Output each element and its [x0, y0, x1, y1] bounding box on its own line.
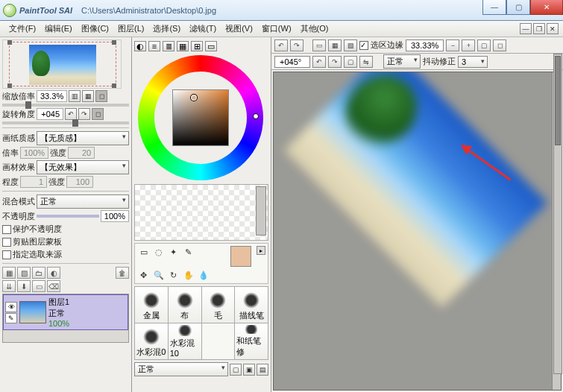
- brush-cloth[interactable]: 布: [169, 287, 201, 323]
- hsv-slider-tab[interactable]: ≣: [163, 41, 174, 51]
- new-linework-button[interactable]: ▧: [17, 267, 31, 279]
- navigator-canvas[interactable]: [2, 39, 122, 89]
- menu-other[interactable]: 其他(O): [296, 22, 333, 36]
- brush-lineart[interactable]: 描线笔: [235, 287, 268, 323]
- rgb-slider-tab[interactable]: ≡: [148, 41, 160, 51]
- brush-empty[interactable]: [202, 323, 235, 359]
- eyedropper-tool[interactable]: 💧: [197, 269, 210, 281]
- hue-marker[interactable]: [253, 113, 259, 119]
- rotate-reset-button[interactable]: ◻: [92, 108, 104, 120]
- layer-item[interactable]: 👁 ✎ 图层1 正常 100%: [3, 294, 128, 330]
- merge-down-button[interactable]: ⇊: [2, 280, 16, 292]
- maximize-button[interactable]: ▢: [506, 0, 530, 15]
- zoom-in-button[interactable]: ▦: [82, 90, 94, 102]
- brush-metal[interactable]: 金属: [135, 287, 168, 323]
- zoom-tool[interactable]: 🔍: [152, 269, 165, 281]
- undo-button[interactable]: ↶: [274, 39, 288, 51]
- clear-layer-button[interactable]: ⌫: [47, 280, 60, 292]
- selection-edge-checkbox[interactable]: [359, 41, 368, 50]
- magic-wand-tool[interactable]: ✦: [167, 246, 180, 258]
- stabilizer-mode-dropdown[interactable]: 正常: [383, 54, 421, 69]
- pen-tool[interactable]: ✎: [182, 246, 195, 258]
- canvas-zoom-in-button[interactable]: +: [462, 39, 475, 51]
- sv-marker[interactable]: [191, 95, 197, 101]
- brush-washi[interactable]: 和纸笔修: [235, 323, 268, 359]
- rotate-ccw-button[interactable]: ↶: [65, 108, 77, 120]
- close-button[interactable]: ✕: [530, 0, 563, 15]
- delete-layer-button[interactable]: 🗑: [116, 267, 129, 279]
- deselect-button[interactable]: ▭: [312, 39, 326, 51]
- visibility-toggle[interactable]: 👁: [5, 302, 17, 312]
- brush-watercolor-0[interactable]: 水彩混0: [135, 323, 168, 359]
- saturation-value-box[interactable]: [172, 89, 229, 146]
- brush-watercolor-10[interactable]: 水彩混10: [169, 323, 201, 359]
- scratchpad-scrollbar[interactable]: [256, 186, 266, 235]
- move-tool[interactable]: ✥: [137, 269, 150, 281]
- panel-minimize-button[interactable]: —: [520, 23, 532, 34]
- canvas-scrollbar-outer[interactable]: [553, 54, 562, 374]
- canvas-flip-button[interactable]: ⇋: [359, 56, 373, 68]
- menu-layer[interactable]: 图层(L): [113, 22, 148, 36]
- scratchpad-panel[interactable]: [134, 184, 268, 241]
- panel-close-button[interactable]: ✕: [547, 23, 559, 34]
- opacity-value[interactable]: 100%: [101, 210, 129, 222]
- blend-mode-dropdown[interactable]: 正常: [37, 195, 129, 209]
- zoom-value[interactable]: 33.3%: [37, 90, 67, 102]
- menu-file[interactable]: 文件(F): [4, 22, 40, 36]
- hand-tool[interactable]: ✋: [182, 269, 195, 281]
- new-folder-button[interactable]: 🗀: [32, 267, 45, 279]
- clipping-checkbox[interactable]: [2, 238, 11, 247]
- rect-select-tool[interactable]: ▭: [137, 246, 150, 258]
- brush-texture-dropdown[interactable]: 【无效果】: [37, 160, 129, 174]
- transfer-down-button[interactable]: ⬇: [17, 280, 31, 292]
- zoom-slider[interactable]: [2, 104, 129, 107]
- tool-expand-button[interactable]: ▸: [257, 246, 265, 255]
- menu-filter[interactable]: 滤镜(T): [185, 22, 221, 36]
- zoom-out-button[interactable]: ▥: [69, 90, 81, 102]
- panel-restore-button[interactable]: ❐: [533, 23, 545, 34]
- menu-edit[interactable]: 编辑(E): [40, 22, 77, 36]
- scratchpad-tab[interactable]: ▭: [205, 41, 217, 51]
- color-wheel-tab[interactable]: ◐: [134, 41, 146, 51]
- flatten-button[interactable]: ▭: [32, 280, 45, 292]
- canvas-viewport[interactable]: [273, 72, 562, 391]
- brush-fur[interactable]: 毛: [202, 287, 235, 323]
- rotate-view-tool[interactable]: ↻: [167, 269, 180, 281]
- redo-button[interactable]: ↷: [290, 39, 303, 51]
- opacity-slider[interactable]: [37, 215, 99, 218]
- canvas-zoom-value[interactable]: 33.33%: [406, 39, 444, 51]
- lasso-tool[interactable]: ◌: [152, 246, 165, 258]
- shake-correction-dropdown[interactable]: 3: [458, 56, 488, 68]
- brush-opt-1[interactable]: ▢: [230, 364, 242, 376]
- invert-selection-button[interactable]: ▦: [328, 39, 342, 51]
- rotate-slider[interactable]: [2, 121, 129, 124]
- layer-mask-button[interactable]: ◐: [47, 267, 60, 279]
- paper-texture-dropdown[interactable]: 【无质感】: [37, 131, 129, 145]
- canvas-rotate-reset-button[interactable]: ▢: [344, 56, 357, 68]
- canvas-rotate-ccw-button[interactable]: ↶: [312, 56, 326, 68]
- menu-image[interactable]: 图像(C): [77, 22, 113, 36]
- canvas-zoom-fit-button[interactable]: ▢: [477, 39, 491, 51]
- minimize-button[interactable]: —: [482, 0, 506, 15]
- brush-opt-3[interactable]: ▤: [257, 364, 268, 376]
- menu-window[interactable]: 窗口(W): [257, 22, 296, 36]
- new-layer-button[interactable]: ▦: [2, 267, 16, 279]
- brush-opt-2[interactable]: ▣: [243, 364, 255, 376]
- canvas-angle-value[interactable]: +045°: [274, 56, 310, 68]
- canvas-rotate-cw-button[interactable]: ↷: [328, 56, 342, 68]
- edit-toggle[interactable]: ✎: [5, 313, 17, 323]
- menu-select[interactable]: 选择(S): [148, 22, 185, 36]
- brush-mode-dropdown[interactable]: 正常: [134, 362, 228, 376]
- show-selection-button[interactable]: ▧: [344, 39, 357, 51]
- rotate-cw-button[interactable]: ↷: [78, 108, 90, 120]
- color-wheel[interactable]: [138, 55, 265, 182]
- color-mixer-tab[interactable]: ▦: [177, 41, 189, 51]
- canvas-zoom-out-button[interactable]: −: [446, 39, 459, 51]
- menu-view[interactable]: 视图(V): [221, 22, 257, 36]
- swatches-tab[interactable]: ⊞: [191, 41, 203, 51]
- rotate-value[interactable]: +045: [37, 108, 63, 120]
- preserve-opacity-checkbox[interactable]: [2, 225, 11, 234]
- select-source-checkbox[interactable]: [2, 250, 11, 259]
- canvas-zoom-actual-button[interactable]: ◻: [493, 39, 506, 51]
- foreground-color-swatch[interactable]: [230, 246, 251, 267]
